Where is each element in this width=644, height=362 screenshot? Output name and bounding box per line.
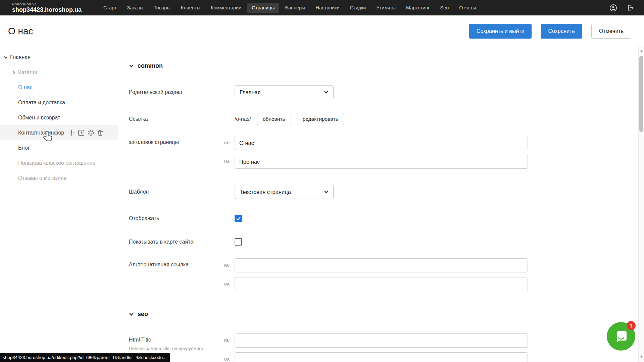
- scroll-up-arrow[interactable]: [639, 49, 644, 54]
- template-select[interactable]: Текстовая страница: [235, 185, 334, 199]
- sidebar-item-label: Пользовательское соглашение: [18, 160, 95, 166]
- html-title-ua-input[interactable]: [235, 352, 528, 362]
- link-path: /o-nas/: [235, 116, 251, 122]
- link-row: Ссылка /o-nas/ обновить редактировать: [129, 113, 644, 125]
- chevron-down-icon: [324, 190, 329, 194]
- lang-ru-badge: RU: [224, 141, 230, 145]
- sidebar-item-label: Блог: [18, 145, 30, 151]
- link-refresh-button[interactable]: обновить: [257, 113, 291, 125]
- nav-item-settings[interactable]: Настройки: [311, 3, 344, 13]
- chevron-right-icon[interactable]: [11, 70, 16, 75]
- logout-icon[interactable]: [627, 4, 634, 11]
- lang-ua-badge: UA: [224, 160, 230, 164]
- nav-item-banners[interactable]: Баннеры: [281, 3, 309, 13]
- cancel-button[interactable]: Отменить: [591, 24, 631, 39]
- page-title-label: заголовок страницы: [129, 136, 235, 145]
- lang-ru-badge: RU: [224, 263, 230, 267]
- nav-item-orders[interactable]: Заказы: [122, 3, 147, 13]
- sidebar-item-soglashenie[interactable]: Пользовательское соглашение: [0, 155, 118, 170]
- sidebar-item-label: О нас: [18, 85, 33, 91]
- scrollbar-thumb[interactable]: [639, 56, 643, 132]
- nav-item-comments[interactable]: Комментарии: [206, 3, 246, 13]
- chevron-down-icon[interactable]: [3, 55, 8, 60]
- display-row: Отображать: [129, 215, 644, 222]
- sitemap-checkbox[interactable]: [235, 238, 242, 246]
- html-title-hint: Полная замена title, генерируемого: [129, 346, 213, 352]
- nav-item-utilities[interactable]: Утилиты: [372, 3, 400, 13]
- sidebar-item-blog[interactable]: Блог: [0, 140, 118, 155]
- display-label: Отображать: [129, 215, 235, 221]
- alt-link-ru-input[interactable]: [235, 258, 528, 272]
- page-title-ru-input[interactable]: [235, 136, 528, 150]
- sidebar-item-o-nas[interactable]: О нас: [0, 80, 118, 95]
- brand-logo[interactable]: HOROSHOP V4 shop34423.horoshop.ua: [12, 3, 82, 13]
- template-row: Шаблон Текстовая страница: [129, 185, 644, 199]
- template-label: Шаблон: [129, 189, 235, 195]
- nav-item-start[interactable]: Старт: [99, 3, 121, 13]
- html-title-label-block: Html Title Полная замена title, генериру…: [129, 333, 235, 352]
- parent-section-row: Родительский раздел Главная: [129, 85, 644, 99]
- nav-item-clients[interactable]: Клиенты: [177, 3, 205, 13]
- alt-link-ua-input[interactable]: [235, 277, 528, 291]
- html-title-ru-input[interactable]: [235, 333, 528, 348]
- lang-ru-badge: RU: [224, 339, 230, 343]
- page-edit-form: common Родительский раздел Главная Ссылк…: [118, 47, 644, 362]
- sidebar-item-label: Каталог: [18, 69, 38, 75]
- chevron-down-icon: [129, 63, 134, 68]
- status-url-bar: shop34423.horoshop.ua/edit/edit.php?id=6…: [0, 353, 170, 362]
- main-area: Главная Каталог О нас Оплата и доставка …: [0, 47, 644, 362]
- sidebar-item-obmen[interactable]: Обмен и возврат: [0, 110, 118, 125]
- nav-item-pages[interactable]: Страницы: [247, 3, 279, 13]
- brand-version: HOROSHOP V4: [12, 3, 82, 6]
- chat-bubble-icon: [614, 329, 629, 344]
- chat-notification-badge: 1: [627, 321, 636, 330]
- sidebar-item-oplata[interactable]: Оплата и доставка: [0, 95, 118, 110]
- sitemap-label: Показывать в карте сайта: [129, 239, 235, 245]
- content-scrollbar[interactable]: [638, 47, 644, 362]
- account-icon[interactable]: [609, 4, 617, 12]
- nav-item-marketing[interactable]: Маркетинг: [402, 3, 434, 13]
- section-common-header[interactable]: common: [129, 62, 644, 69]
- sidebar-item-kontaktnaya[interactable]: Контактная инфор: [0, 125, 118, 140]
- parent-section-label: Родительский раздел: [129, 89, 235, 95]
- html-title-row: Html Title Полная замена title, генериру…: [129, 333, 644, 362]
- sidebar-item-label: Оплата и доставка: [18, 100, 65, 106]
- sidebar-item-label: Главная: [10, 54, 31, 60]
- alt-link-row: Альтернативная ссылка RU UA: [129, 258, 644, 291]
- lang-ua-badge: UA: [224, 357, 230, 361]
- sidebar-item-otzyvy[interactable]: Отзывы о магазине: [0, 170, 118, 186]
- nav-item-seo[interactable]: Seo: [436, 3, 453, 13]
- sidebar-item-label: Отзывы о магазине: [18, 175, 67, 181]
- chevron-down-icon: [129, 312, 134, 317]
- section-seo-header[interactable]: seo: [129, 311, 644, 318]
- save-button[interactable]: Сохранить: [541, 24, 582, 39]
- sidebar-item-katalog[interactable]: Каталог: [0, 65, 118, 80]
- page-title-row: заголовок страницы RU UA: [129, 136, 644, 169]
- display-checkbox[interactable]: [235, 215, 242, 222]
- chevron-down-icon: [324, 90, 329, 95]
- nav-item-reports[interactable]: Отчеты: [455, 3, 480, 13]
- brand-domain: shop34423.horoshop.ua: [12, 7, 82, 13]
- link-edit-button[interactable]: редактировать: [297, 113, 344, 125]
- parent-section-select[interactable]: Главная: [235, 85, 334, 99]
- sidebar-item-glavnaya[interactable]: Главная: [0, 50, 118, 65]
- alt-link-label: Альтернативная ссылка: [129, 258, 235, 268]
- chat-launcher-button[interactable]: 1: [607, 322, 635, 351]
- link-label: Ссылка: [129, 116, 235, 122]
- lang-ua-badge: UA: [224, 282, 230, 286]
- page-header: О нас Сохранить и выйти Сохранить Отмени…: [0, 15, 644, 47]
- settings-icon[interactable]: [88, 130, 94, 136]
- nav-item-discounts[interactable]: Скидки: [346, 3, 370, 13]
- scroll-down-arrow[interactable]: [639, 354, 644, 359]
- sitemap-row: Показывать в карте сайта: [129, 238, 644, 246]
- page-title-ua-input[interactable]: [235, 155, 528, 169]
- save-and-exit-button[interactable]: Сохранить и выйти: [469, 24, 532, 39]
- delete-icon[interactable]: [97, 130, 103, 136]
- html-title-label: Html Title: [129, 337, 235, 343]
- add-icon[interactable]: [78, 130, 85, 136]
- top-menu: Старт Заказы Товары Клиенты Комментарии …: [99, 3, 480, 13]
- pages-tree-sidebar: Главная Каталог О нас Оплата и доставка …: [0, 47, 118, 362]
- top-navbar: HOROSHOP V4 shop34423.horoshop.ua Старт …: [0, 0, 644, 15]
- nav-item-products[interactable]: Товары: [149, 3, 175, 13]
- move-icon[interactable]: [68, 130, 75, 136]
